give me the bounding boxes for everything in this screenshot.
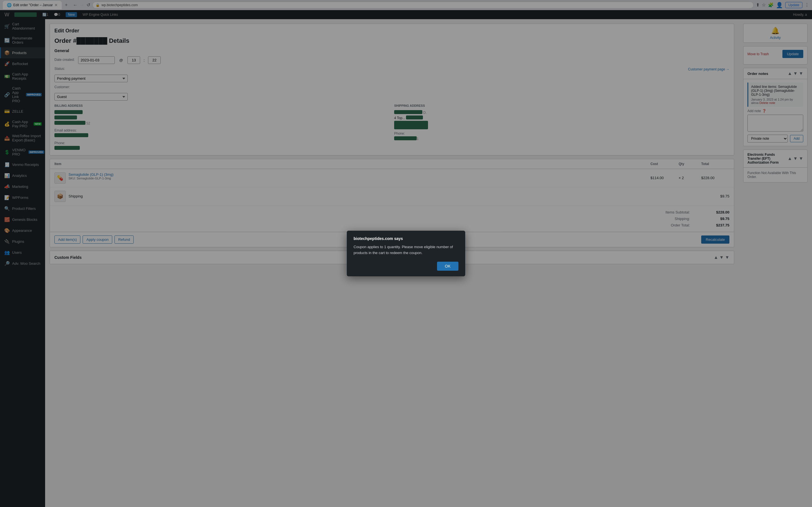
modal-box: biotechpeptides.com says Coupon applies … [347,231,465,276]
modal-title: biotechpeptides.com says [354,236,458,241]
modal-overlay: biotechpeptides.com says Coupon applies … [0,0,812,507]
modal-ok-button[interactable]: OK [437,262,458,271]
modal-btn-row: OK [354,262,458,271]
modal-message: Coupon applies to 1 quantity. Please mov… [354,244,458,256]
